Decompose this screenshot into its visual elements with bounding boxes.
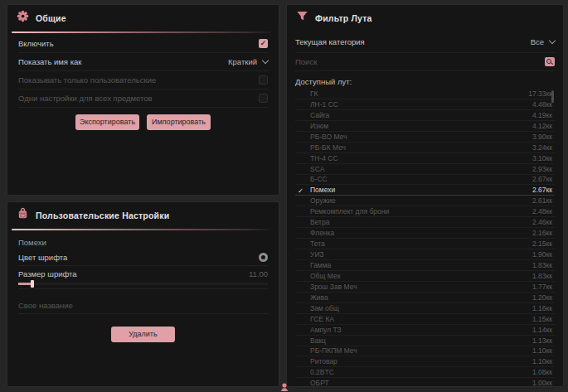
custom-settings-panel: Пользовательские Настройки Помехи Цвет ш… — [7, 201, 279, 387]
loot-item-value: 2.16кк — [532, 229, 552, 237]
color-wheel-icon[interactable] — [259, 253, 268, 262]
loot-item-value: 1.00кк — [532, 379, 552, 387]
loot-row[interactable]: ✓ УИЗ 1.90кк — [295, 249, 555, 260]
only-custom-label: Показывать только пользовательские — [18, 75, 156, 85]
loot-row[interactable]: ✓ Зрош Зав Меч 1.77кк — [295, 282, 555, 293]
font-color-row: Цвет шрифта — [18, 249, 268, 266]
search-row — [295, 53, 555, 71]
category-label: Текущая категория — [295, 37, 365, 46]
loot-row[interactable]: ✓ Ветра 2.46кк — [295, 217, 555, 228]
loot-item-name: Б-СС — [310, 175, 526, 183]
same-settings-checkbox[interactable] — [259, 94, 268, 103]
name-mode-label: Показать имя как — [18, 57, 81, 66]
loot-item-name: УИЗ — [310, 250, 526, 259]
font-size-slider[interactable] — [18, 281, 268, 289]
loot-item-value: 1.16кк — [532, 304, 552, 312]
loot-item-name: ЛН-1 СС — [310, 100, 526, 109]
import-button[interactable]: Импортировать — [147, 114, 211, 130]
loot-row[interactable]: ✓ Общ Мех 1.83кк — [295, 271, 555, 282]
loot-item-value: 2.67кк — [532, 186, 552, 194]
loot-item-value: 4.12кк — [532, 122, 552, 130]
backpack-icon — [17, 207, 29, 223]
category-value: Все — [531, 37, 544, 46]
loot-row[interactable]: ✓ ГК 17.33кк — [295, 89, 555, 99]
same-settings-row: Одни настройки для всех предметов — [18, 90, 268, 108]
delete-button[interactable]: Удалить — [111, 327, 175, 342]
loot-row[interactable]: ✓ Фленка 2.16кк — [295, 228, 555, 239]
loot-item-name: Ритовар — [310, 357, 526, 365]
loot-item-name: SCA — [310, 165, 526, 173]
loot-item-name: РБ-БК Меч — [310, 143, 526, 152]
export-button[interactable]: Экспортировать — [75, 114, 139, 130]
loot-item-value: 1.90кк — [532, 250, 552, 259]
loot-item-name: ГК — [310, 90, 522, 98]
loot-row[interactable]: ✓ Ритовар 1.10кк — [295, 356, 555, 367]
loot-item-value: 3.90кк — [532, 133, 552, 141]
loot-list-label: Доступный лут: — [295, 77, 555, 86]
loot-row[interactable]: ✓ Гамма 1.83кк — [295, 260, 555, 271]
font-color-label: Цвет шрифта — [18, 253, 67, 262]
loot-item-value: 1.77кк — [532, 283, 552, 291]
funnel-icon — [296, 10, 308, 26]
loot-item-value: 2.46кк — [532, 218, 552, 226]
loot-row[interactable]: ✓ РБ-БК Меч 3.24кк — [295, 143, 555, 153]
loot-row[interactable]: ✓ ОБРТ 1.00кк — [295, 378, 555, 389]
loot-item-name: Сайга — [310, 111, 526, 119]
enable-row: Включить ✓ — [18, 35, 268, 53]
loot-row[interactable]: ✓ Вакц 1.13кк — [295, 336, 555, 346]
name-mode-select[interactable]: Краткий — [228, 57, 268, 66]
loot-item-name: РБ-ВО Меч — [310, 133, 526, 141]
loot-item-value: 1.20кк — [532, 293, 552, 302]
loot-row[interactable]: ✓ ГСЕ КА 1.15кк — [295, 314, 555, 325]
loot-row[interactable]: ✓ Помехи 2.67кк — [295, 185, 555, 196]
search-input[interactable] — [295, 57, 545, 66]
loot-item-name: ГСЕ КА — [310, 315, 526, 323]
check-icon: ✓ — [298, 186, 303, 196]
loot-row[interactable]: ✓ ТН-4 СС 3.10кк — [295, 153, 555, 164]
loot-row[interactable]: ✓ Жива 1.20кк — [295, 293, 555, 303]
chevron-down-icon — [262, 57, 269, 64]
loot-row[interactable]: ✓ SCA 2.93кк — [295, 164, 555, 175]
loot-item-value: 2.67кк — [532, 175, 552, 183]
loot-row[interactable]: ✓ Сайга 4.19кк — [295, 110, 555, 121]
loot-filter-panel: Фильтр Лута Текущая категория Все — [286, 4, 564, 387]
loot-row[interactable]: ✓ ЛН-1 СС 4.48кк — [295, 99, 555, 110]
loot-row[interactable]: ✓ 0.2BTC 1.08кк — [295, 367, 555, 378]
font-size-value: 11.00 — [249, 269, 268, 278]
loot-row[interactable]: ✓ Ампул ТЗ 1.14кк — [295, 325, 555, 336]
loot-item-name: 0.2BTC — [310, 368, 526, 376]
loot-filter-window: Общие Включить ✓ Показать имя как Кратки… — [0, 0, 568, 392]
custom-settings-title: Пользовательские Настройки — [36, 211, 169, 220]
loot-item-value: 3.10кк — [532, 154, 552, 162]
loot-item-value: 1.08кк — [532, 368, 552, 376]
loot-list: ✓ ГК 17.33кк ✓ ЛН-1 СС 4.48кк — [295, 89, 555, 389]
list-scrollbar-thumb[interactable] — [551, 90, 554, 103]
only-custom-checkbox[interactable] — [259, 75, 268, 85]
custom-name-input[interactable] — [18, 301, 268, 310]
loot-row[interactable]: ✓ Тета 2.15кк — [295, 239, 555, 249]
loot-item-name: ОБРТ — [310, 379, 526, 387]
enable-checkbox[interactable]: ✓ — [259, 39, 268, 48]
loot-row[interactable]: ✓ РБ-ПКПМ Меч 1.10кк — [295, 346, 555, 357]
loot-row[interactable]: ✓ Ремкомплект для брони 2.48кк — [295, 206, 555, 217]
loot-item-name: Ветра — [310, 218, 526, 226]
search-icon[interactable] — [545, 57, 555, 66]
loot-item-name: ТН-4 СС — [310, 154, 526, 162]
loot-item-value: 1.10кк — [532, 346, 552, 355]
font-size-label: Размер шрифта — [18, 269, 77, 278]
loot-row[interactable]: ✓ РБ-ВО Меч 3.90кк — [295, 132, 555, 143]
drag-handle-icon[interactable] — [279, 380, 289, 390]
chevron-down-icon — [549, 37, 556, 44]
loot-row[interactable]: ✓ Оружие 2.61кк — [295, 196, 555, 206]
loot-row[interactable]: ✓ Зам общ 1.16кк — [295, 303, 555, 314]
loot-item-name: Фленка — [310, 229, 526, 237]
loot-item-value: 1.83кк — [532, 261, 552, 269]
slider-thumb[interactable] — [31, 280, 34, 288]
category-select[interactable]: Все — [531, 37, 555, 46]
loot-item-name: Зам общ — [310, 304, 526, 312]
loot-item-value: 2.93кк — [532, 165, 552, 173]
loot-row[interactable]: ✓ Изюм 4.12кк — [295, 121, 555, 132]
loot-row[interactable]: ✓ Б-СС 2.67кк — [295, 175, 555, 186]
custom-name-row — [18, 297, 268, 314]
loot-item-value: 4.48кк — [532, 100, 552, 109]
